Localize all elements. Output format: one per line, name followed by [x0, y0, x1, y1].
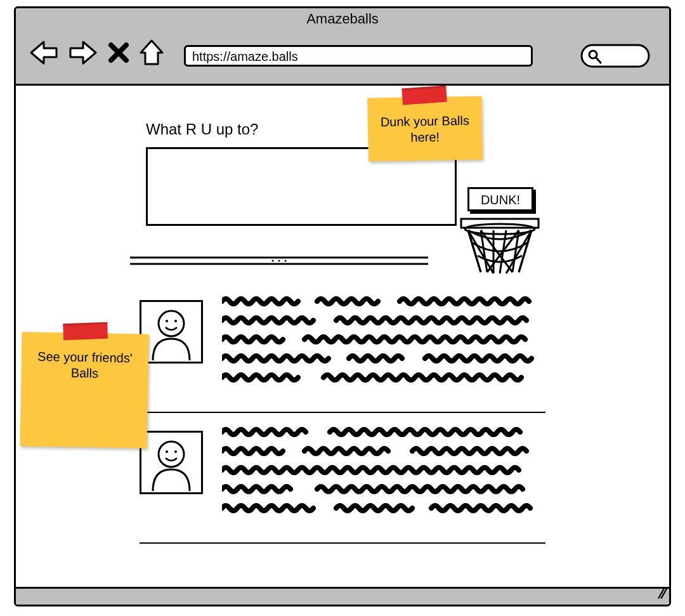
search-input[interactable]	[580, 44, 650, 68]
status-bar: //	[16, 587, 669, 605]
browser-window: Amazeballs h	[14, 6, 671, 606]
feed-post	[140, 413, 545, 544]
post-body	[222, 294, 545, 394]
sticky-text: See your friends' Balls	[37, 350, 133, 381]
svg-point-14	[166, 450, 168, 453]
divider	[130, 256, 428, 270]
svg-point-13	[159, 442, 184, 467]
sticky-note-dunk: Dunk your Balls here!	[367, 96, 483, 161]
svg-point-12	[174, 320, 177, 322]
basketball-hoop-icon	[459, 216, 541, 279]
browser-toolbar: Amazeballs h	[16, 8, 669, 86]
svg-point-15	[174, 450, 177, 453]
url-bar[interactable]: https://amaze.balls	[184, 45, 533, 67]
window-title: Amazeballs	[16, 11, 669, 27]
sticky-note-friends: See your friends' Balls	[20, 332, 148, 448]
svg-point-10	[159, 311, 184, 336]
tape-icon	[63, 322, 108, 340]
avatar	[140, 300, 203, 364]
svg-point-9	[285, 260, 287, 262]
avatar	[140, 431, 203, 494]
svg-point-8	[278, 260, 280, 262]
feed	[140, 282, 545, 544]
forward-icon[interactable]	[68, 39, 98, 66]
resize-grip-icon[interactable]: //	[657, 586, 665, 602]
home-icon[interactable]	[139, 39, 164, 67]
post-body	[222, 424, 545, 525]
feed-post	[140, 282, 545, 413]
svg-rect-0	[582, 45, 649, 67]
dunk-button[interactable]: DUNK!	[467, 187, 533, 211]
sticky-text: Dunk your Balls here!	[381, 114, 469, 145]
back-icon[interactable]	[29, 39, 59, 66]
tape-icon	[401, 86, 447, 105]
svg-point-7	[272, 260, 274, 262]
svg-point-11	[166, 320, 168, 322]
nav-buttons	[29, 39, 164, 67]
stop-icon[interactable]	[107, 41, 130, 64]
page-content: What R U up to? DUNK!	[16, 86, 669, 587]
